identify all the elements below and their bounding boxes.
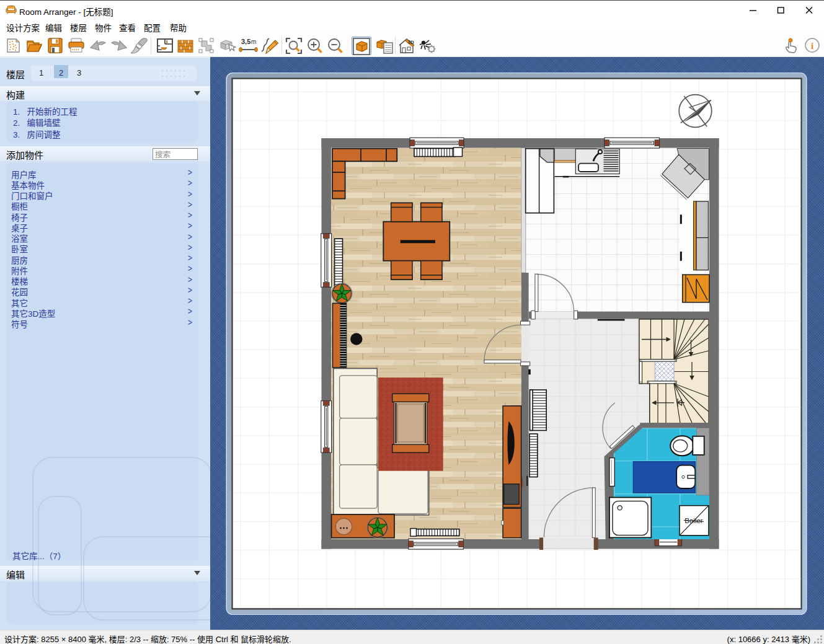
svg-text:i: i [811,41,813,51]
svg-text:3,5: 3,5 [241,38,250,45]
svg-text:m: m [251,38,256,45]
svg-text:3D: 3D [407,39,415,46]
